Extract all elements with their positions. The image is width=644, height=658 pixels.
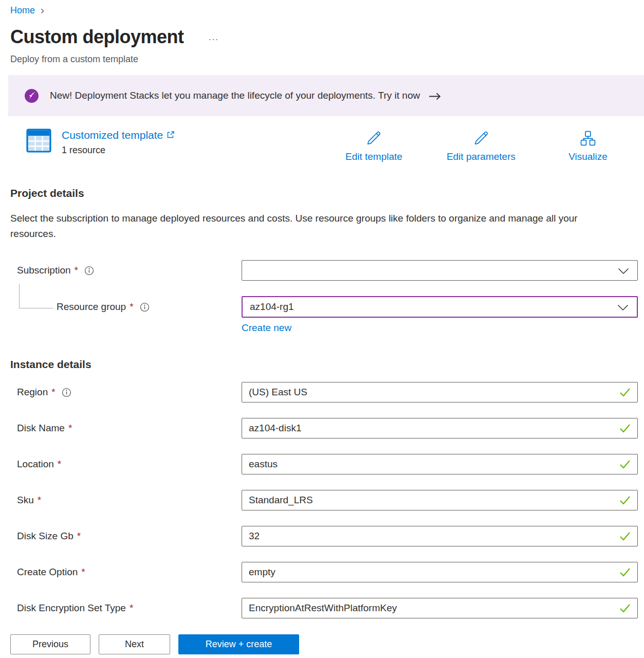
template-row: Customized template 1 resource Edit temp… [10, 129, 638, 162]
valid-check-icon [619, 388, 631, 397]
disk-size-label-text: Disk Size Gb [17, 531, 73, 542]
chevron-down-icon [618, 268, 629, 275]
subscription-dropdown[interactable] [242, 260, 638, 281]
sku-input[interactable] [242, 490, 619, 510]
disk-size-input-col [242, 526, 638, 546]
breadcrumb-home-link[interactable]: Home [10, 5, 35, 16]
create-option-row: Create Option* [17, 562, 638, 582]
disk-name-input[interactable] [242, 418, 619, 438]
arrow-right-icon [428, 92, 441, 101]
sku-input-wrap [242, 490, 638, 510]
valid-check-icon [619, 568, 631, 577]
disk-name-label-text: Disk Name [17, 423, 65, 434]
edit-parameters-button[interactable]: Edit parameters [447, 129, 516, 162]
subscription-input-col [242, 260, 638, 281]
subscription-label: Subscription* [17, 265, 242, 276]
template-name: Customized template [62, 129, 163, 141]
create-option-input-col [242, 562, 638, 582]
create-new-link[interactable]: Create new [242, 322, 291, 333]
location-label-text: Location [17, 459, 54, 470]
disk-encryption-set-type-input-col [242, 598, 638, 618]
disk-name-row: Disk Name* [17, 418, 638, 438]
subscription-row: Subscription* [17, 260, 638, 281]
valid-check-icon [619, 460, 631, 469]
resource-group-value: az104-rg1 [250, 301, 294, 313]
page-subtitle: Deploy from a custom template [10, 54, 638, 65]
location-input[interactable] [242, 454, 619, 474]
disk-size-label: Disk Size Gb* [17, 531, 242, 542]
location-input-col [242, 454, 638, 474]
disk-encryption-set-type-label-text: Disk Encryption Set Type [17, 602, 126, 614]
customized-template-link[interactable]: Customized template [62, 129, 175, 141]
info-icon[interactable] [140, 302, 150, 312]
location-input-wrap [242, 454, 638, 474]
disk-size-row: Disk Size Gb* [17, 526, 638, 546]
valid-check-icon [619, 532, 631, 541]
previous-button[interactable]: Previous [10, 634, 90, 654]
disk-name-input-wrap [242, 418, 638, 438]
disk-encryption-set-type-input[interactable] [242, 598, 619, 618]
disk-name-label: Disk Name* [17, 423, 242, 434]
tree-connector [19, 284, 53, 308]
region-input-wrap [242, 382, 638, 403]
template-resource-count: 1 resource [62, 145, 175, 156]
create-option-input[interactable] [242, 562, 619, 582]
create-option-input-wrap [242, 562, 638, 582]
required-asterisk: * [75, 265, 78, 276]
disk-name-input-col [242, 418, 638, 438]
visualize-label: Visualize [568, 151, 608, 162]
region-label-text: Region [17, 387, 48, 398]
review-create-button[interactable]: Review + create [178, 634, 299, 654]
required-asterisk: * [38, 495, 41, 506]
template-icon [26, 129, 51, 153]
region-input[interactable] [242, 382, 619, 402]
next-button[interactable]: Next [99, 634, 170, 654]
breadcrumb-chevron-icon [39, 8, 46, 14]
edit-parameters-label: Edit parameters [447, 151, 516, 162]
required-asterisk: * [51, 387, 55, 398]
info-icon[interactable] [62, 388, 71, 397]
disk-size-input[interactable] [242, 526, 619, 546]
edit-template-button[interactable]: Edit template [345, 129, 402, 162]
external-link-icon [167, 129, 175, 141]
region-input-col [242, 382, 638, 403]
sku-label-text: Sku [17, 495, 34, 506]
resource-group-dropdown[interactable]: az104-rg1 [242, 296, 638, 318]
project-details-description: Select the subscription to manage deploy… [10, 211, 599, 242]
subscription-label-text: Subscription [17, 265, 71, 276]
sku-row: Sku* [17, 490, 638, 510]
visualize-button[interactable]: Visualize [560, 129, 616, 162]
pencil-icon [472, 129, 490, 148]
required-asterisk: * [130, 301, 133, 313]
location-row: Location* [17, 454, 638, 474]
create-new-row: Create new [242, 322, 638, 334]
required-asterisk: * [130, 602, 133, 614]
region-label: Region* [17, 387, 242, 398]
location-label: Location* [17, 459, 242, 470]
valid-check-icon [619, 604, 631, 613]
custom-deployment-page: Home Custom deployment ··· Deploy from a… [0, 0, 644, 658]
header: Custom deployment ··· [10, 26, 638, 48]
valid-check-icon [619, 496, 631, 505]
template-actions: Edit template Edit parameters Visualize [345, 129, 616, 162]
disk-size-input-wrap [242, 526, 638, 546]
org-chart-icon [579, 129, 597, 148]
required-asterisk: * [58, 459, 61, 470]
project-details-heading: Project details [10, 187, 638, 199]
breadcrumb: Home [10, 0, 638, 16]
instance-details-heading: Instance details [10, 358, 638, 371]
required-asterisk: * [81, 566, 85, 578]
info-icon[interactable] [84, 266, 94, 276]
disk-encryption-set-type-input-wrap [242, 598, 638, 618]
project-details-form: Subscription* Resource group* [10, 260, 638, 334]
rocket-icon [25, 89, 39, 103]
page-title: Custom deployment [10, 26, 184, 48]
pencil-icon [364, 129, 383, 148]
resource-group-input-col: az104-rg1 [242, 296, 638, 318]
create-option-label: Create Option* [17, 566, 242, 578]
region-row: Region* [17, 382, 638, 403]
edit-template-label: Edit template [345, 151, 402, 162]
template-meta: Customized template 1 resource [62, 129, 175, 156]
more-options-button[interactable]: ··· [209, 34, 219, 45]
deployment-stacks-banner[interactable]: New! Deployment Stacks let you manage th… [8, 75, 644, 116]
